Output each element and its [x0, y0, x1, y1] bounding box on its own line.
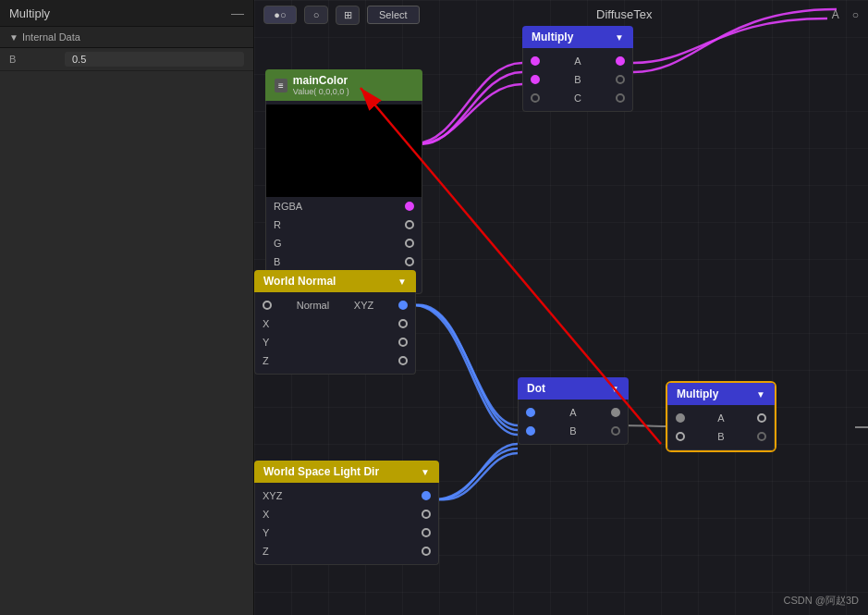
- b-dot: [405, 257, 414, 266]
- dot-chevron: ▼: [610, 384, 619, 394]
- title-bar: Multiply —: [0, 0, 253, 27]
- a-label: A: [832, 8, 839, 21]
- dot-a-out: [611, 408, 620, 417]
- port-row-a: A: [523, 52, 632, 70]
- z-dot: [398, 356, 408, 365]
- mbr-port-b: B: [668, 427, 774, 446]
- wsld-z-label: Z: [263, 546, 269, 557]
- minimize-button[interactable]: —: [231, 6, 244, 20]
- wsld-x: X: [255, 505, 438, 523]
- port-b-right: [616, 75, 625, 84]
- world-normal-title: World Normal: [263, 275, 336, 288]
- wsld-z: Z: [255, 542, 438, 560]
- main-color-node[interactable]: ≡ mainColor Value( 0,0,0,0 ) RGBA R G: [265, 69, 422, 294]
- multiply-top-chevron: ▼: [615, 32, 624, 43]
- main-color-icon: ≡: [275, 79, 287, 92]
- port-row-c: C: [523, 89, 632, 107]
- b-label: B: [274, 256, 280, 267]
- z-label: Z: [263, 355, 269, 366]
- section-arrow: ▼: [9, 32, 18, 43]
- top-toolbar: ●○ ○ ⊞ Select A ○: [254, 0, 868, 30]
- rgba-label: RGBA: [274, 201, 302, 212]
- world-normal-node[interactable]: World Normal ▼ Normal XYZ X Y Z: [254, 270, 416, 375]
- dot-port-a: A: [519, 403, 628, 422]
- port-g: G: [266, 234, 422, 252]
- wsld-header: World Space Light Dir ▼: [254, 461, 439, 483]
- mbr-a-label: A: [717, 412, 724, 424]
- wsld-title: World Space Light Dir: [263, 465, 379, 478]
- wsld-y-label: Y: [263, 527, 269, 538]
- dot-b-label: B: [569, 425, 576, 437]
- mbr-a-out: [757, 413, 766, 423]
- main-color-header: ≡ mainColor Value( 0,0,0,0 ): [265, 69, 422, 101]
- r-dot: [405, 220, 414, 229]
- dot-body: A B: [518, 400, 629, 445]
- port-normal: Normal XYZ: [255, 296, 415, 314]
- circle-button[interactable]: ○: [304, 6, 328, 24]
- port-z: Z: [255, 351, 415, 370]
- world-normal-body: Normal XYZ X Y Z: [254, 292, 416, 375]
- multiply-top-title: Multiply: [532, 31, 573, 43]
- color-preview: [266, 105, 422, 197]
- multiply-br-body: A B: [667, 405, 775, 450]
- mbr-b-out: [757, 432, 766, 441]
- port-a-dot: [531, 56, 540, 66]
- xyz-label: XYZ: [354, 300, 373, 311]
- r-label: R: [274, 219, 281, 230]
- port-b-label: B: [574, 74, 581, 85]
- multiply-br-chevron: ▼: [756, 389, 765, 400]
- watermark: CSDN @阿赵3D: [784, 594, 859, 608]
- port-c-label: C: [574, 92, 581, 104]
- dot-title: Dot: [527, 382, 545, 395]
- mbr-b-in: [676, 432, 685, 441]
- xyz-dot: [398, 301, 408, 310]
- port-a-right: [616, 56, 625, 66]
- port-rgba: RGBA: [266, 197, 422, 215]
- x-dot: [398, 319, 408, 328]
- select-button[interactable]: Select: [367, 6, 420, 24]
- normal-label: Normal: [297, 300, 329, 311]
- section-label: Internal Data: [22, 31, 80, 43]
- port-b-dot: [531, 75, 540, 84]
- property-b-value[interactable]: 0.5: [65, 52, 244, 67]
- rgba-dot: [405, 202, 414, 211]
- wsld-xyz: XYZ: [255, 486, 438, 505]
- multiply-top-body: A B C: [522, 48, 633, 112]
- circle-label: ○: [852, 8, 859, 21]
- port-y: Y: [255, 333, 415, 351]
- main-color-title: mainColor: [293, 74, 349, 87]
- node-canvas: ●○ ○ ⊞ Select A ○ DiffuseTex Multiply ▼ …: [254, 0, 868, 615]
- left-panel: Multiply — ▼ Internal Data B 0.5: [0, 0, 254, 615]
- section-header: ▼ Internal Data: [0, 27, 253, 48]
- toggle-button[interactable]: ●○: [263, 6, 297, 24]
- y-dot: [398, 338, 408, 347]
- g-dot: [405, 239, 414, 248]
- wsld-xyz-label: XYZ: [263, 490, 282, 501]
- mbr-a-in: [676, 413, 685, 423]
- multiply-node-br[interactable]: Multiply ▼ A B: [666, 381, 776, 452]
- x-label: X: [263, 318, 269, 329]
- wsld-body: XYZ X Y Z: [254, 483, 439, 565]
- wsld-z-dot: [422, 547, 431, 556]
- wsld-chevron: ▼: [421, 467, 430, 477]
- dot-b-out: [611, 426, 620, 436]
- world-normal-header: World Normal ▼: [254, 270, 416, 292]
- wsld-node[interactable]: World Space Light Dir ▼ XYZ X Y Z: [254, 461, 439, 565]
- multiply-br-header: Multiply ▼: [667, 383, 775, 405]
- multiply-node-top[interactable]: Multiply ▼ A B C: [522, 26, 633, 112]
- mbr-b-label: B: [717, 431, 724, 442]
- world-normal-chevron: ▼: [397, 277, 407, 287]
- dot-header: Dot ▼: [518, 377, 629, 400]
- dot-a-in: [526, 408, 535, 417]
- port-c-dot: [531, 93, 540, 103]
- wsld-y-dot: [422, 528, 431, 537]
- wsld-y: Y: [255, 523, 438, 542]
- g-label: G: [274, 238, 282, 249]
- port-r: R: [266, 215, 422, 234]
- wsld-xyz-dot: [422, 491, 431, 500]
- dot-port-b: B: [519, 422, 628, 440]
- dot-node[interactable]: Dot ▼ A B: [518, 377, 629, 445]
- dot-b-in: [526, 426, 535, 436]
- grid-button[interactable]: ⊞: [336, 6, 360, 25]
- port-x: X: [255, 314, 415, 333]
